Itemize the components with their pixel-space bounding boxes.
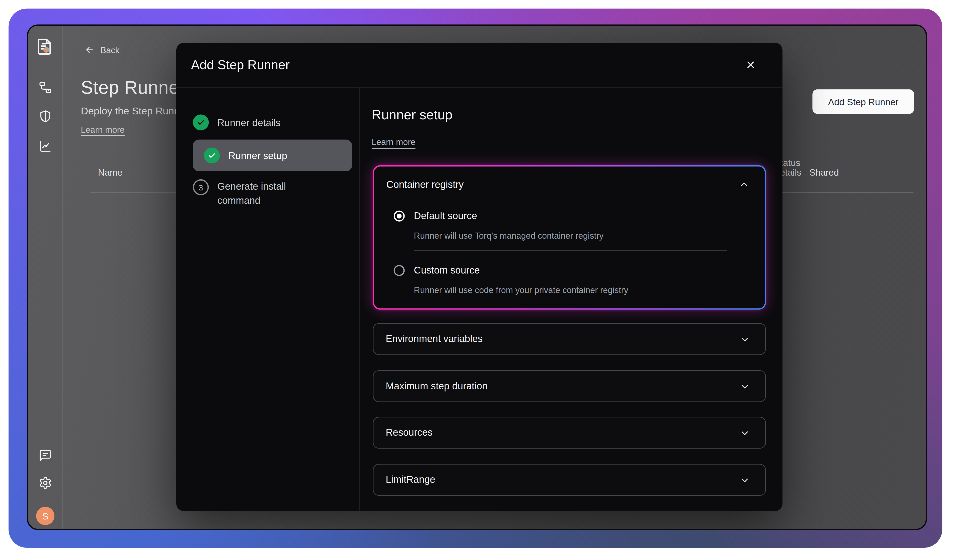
- user-avatar[interactable]: S: [36, 507, 54, 525]
- modal-title: Add Step Runner: [191, 57, 290, 72]
- workflows-nav-icon[interactable]: [39, 81, 52, 94]
- step-label: Generate install command: [217, 179, 286, 208]
- app-window: S Back Step Runners Deploy the Step Runn…: [27, 25, 927, 530]
- modal-step-nav: Runner details Runner setup 3: [176, 88, 360, 511]
- accordion-limitrange[interactable]: LimitRange: [373, 464, 766, 496]
- chevron-down-icon: [740, 382, 749, 391]
- runner-setup-heading: Runner setup: [372, 107, 452, 123]
- page-learn-more-link[interactable]: Learn more: [81, 125, 124, 135]
- step-generate-install-command[interactable]: 3 Generate install command: [193, 179, 286, 208]
- modal-header: Add Step Runner: [176, 43, 782, 88]
- option-divider: [414, 250, 727, 251]
- chevron-up-icon[interactable]: [740, 180, 749, 189]
- step-runner-setup[interactable]: Runner setup: [193, 140, 352, 171]
- default-source-option[interactable]: Default source: [394, 211, 477, 222]
- default-source-description: Runner will use Torq's managed container…: [414, 231, 604, 240]
- radio-selected-icon[interactable]: [394, 211, 405, 222]
- back-button[interactable]: Back: [85, 45, 120, 55]
- table-header-shared: Shared: [809, 167, 839, 177]
- chevron-down-icon: [740, 475, 749, 484]
- step-number-badge: 3: [193, 179, 209, 195]
- security-shield-nav-icon[interactable]: [39, 109, 52, 123]
- modal-body: Runner details Runner setup 3: [176, 88, 782, 511]
- step-label: Runner details: [217, 115, 281, 129]
- close-icon[interactable]: [743, 57, 758, 72]
- step-done-check-icon: [193, 115, 209, 130]
- chevron-down-icon: [740, 428, 749, 437]
- accordion-environment-variables[interactable]: Environment variables: [373, 323, 766, 355]
- custom-source-option[interactable]: Custom source: [394, 265, 480, 276]
- table-header-name: Name: [98, 167, 123, 177]
- step-runner-details[interactable]: Runner details: [193, 115, 281, 130]
- container-registry-title: Container registry: [386, 179, 464, 191]
- feedback-chat-icon[interactable]: [39, 449, 52, 462]
- app-logo-icon[interactable]: [35, 37, 54, 56]
- radio-unselected-icon[interactable]: [394, 265, 405, 276]
- custom-source-description: Runner will use code from your private c…: [414, 285, 628, 295]
- modal-learn-more-link[interactable]: Learn more: [372, 137, 415, 147]
- chevron-down-icon: [740, 335, 749, 344]
- modal-content: Runner setup Learn more Container regist…: [360, 88, 782, 511]
- step-done-check-icon: [204, 147, 220, 164]
- back-arrow-icon: [85, 45, 95, 55]
- accordion-maximum-step-duration[interactable]: Maximum step duration: [373, 370, 766, 402]
- step-label: Runner setup: [228, 149, 287, 163]
- page-subtitle: Deploy the Step Runner: [81, 105, 189, 117]
- sidebar: S: [28, 26, 63, 529]
- back-label: Back: [100, 45, 120, 55]
- analytics-chart-nav-icon[interactable]: [39, 140, 52, 153]
- container-registry-section: Container registry Default source Runner…: [373, 165, 766, 310]
- add-step-runner-button[interactable]: Add Step Runner: [812, 90, 914, 114]
- screenshot-stage: S Back Step Runners Deploy the Step Runn…: [0, 0, 953, 560]
- accordion-resources[interactable]: Resources: [373, 417, 766, 449]
- settings-gear-icon[interactable]: [39, 476, 52, 490]
- add-step-runner-modal: Add Step Runner Runner det: [176, 43, 782, 511]
